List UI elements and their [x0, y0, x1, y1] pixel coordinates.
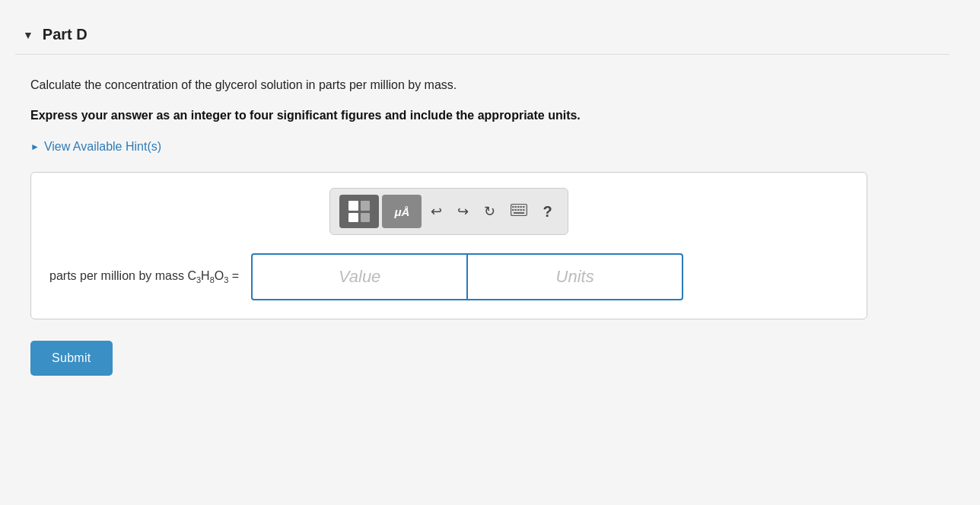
svg-rect-8: [517, 209, 520, 211]
svg-rect-7: [515, 209, 517, 211]
equation-label: parts per million by mass C3H8O3 =: [49, 269, 239, 284]
input-row: parts per million by mass C3H8O3 =: [49, 253, 848, 300]
mu-button[interactable]: μÅ: [382, 195, 422, 228]
value-input[interactable]: [251, 253, 467, 300]
hint-arrow-icon: ►: [30, 141, 40, 152]
part-header: ▼ Part D: [15, 15, 950, 55]
refresh-button[interactable]: ↻: [478, 199, 501, 224]
matrix-icon: [348, 201, 370, 222]
svg-rect-2: [515, 206, 517, 208]
svg-rect-10: [523, 209, 525, 211]
instruction-text: Express your answer as an integer to fou…: [30, 106, 934, 125]
redo-button[interactable]: ↪: [451, 199, 475, 224]
part-title: Part D: [43, 26, 88, 43]
units-input[interactable]: [467, 253, 683, 300]
mu-label: μÅ: [394, 205, 409, 218]
svg-rect-3: [517, 206, 520, 208]
answer-box: μÅ ↩ ↪ ↻: [30, 172, 867, 319]
matrix-button[interactable]: [339, 195, 379, 228]
svg-rect-4: [520, 206, 523, 208]
undo-button[interactable]: ↩: [425, 199, 448, 224]
svg-rect-1: [512, 206, 514, 208]
help-button[interactable]: ?: [536, 199, 558, 225]
hint-link[interactable]: ► View Available Hint(s): [30, 140, 934, 154]
svg-rect-11: [514, 212, 524, 214]
submit-button[interactable]: Submit: [30, 341, 113, 376]
svg-rect-9: [520, 209, 523, 211]
content-area: Calculate the concentration of the glyce…: [15, 55, 950, 376]
keyboard-button[interactable]: [504, 199, 533, 224]
page-wrapper: ▼ Part D Calculate the concentration of …: [0, 0, 980, 406]
toolbar: μÅ ↩ ↪ ↻: [329, 188, 568, 235]
collapse-chevron[interactable]: ▼: [23, 29, 33, 41]
svg-rect-5: [523, 206, 525, 208]
svg-rect-6: [512, 209, 514, 211]
question-text: Calculate the concentration of the glyce…: [30, 76, 934, 94]
hint-link-label: View Available Hint(s): [44, 140, 161, 154]
